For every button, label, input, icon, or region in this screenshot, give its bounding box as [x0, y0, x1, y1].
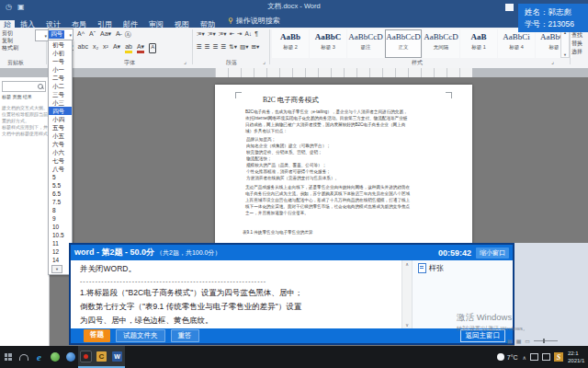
font-size-option[interactable]: 10.5 [49, 231, 72, 239]
font-size-option[interactable]: 七号 [49, 156, 72, 165]
font-size-option[interactable]: 初号 [49, 40, 72, 49]
speaker-icon[interactable] [530, 353, 538, 361]
doc-bullet-list[interactable]: 品牌认知度高；由知名企业（或集团）建立（可靠的平台）；较完整的定价、分销体系、营… [246, 136, 454, 181]
taskbar-recorder-app[interactable] [78, 346, 94, 368]
paragraph-tool-icon[interactable]: :≡▾ [197, 30, 205, 38]
paragraph-dialog-launcher-icon[interactable]: ⌟ [263, 58, 266, 64]
tray-chevron-icon[interactable]: ∧ [523, 354, 526, 361]
paragraph-format-icon[interactable]: ⇅▾ [229, 43, 237, 51]
taskbar-word[interactable]: W [109, 346, 125, 368]
horizontal-ruler[interactable] [0, 68, 588, 77]
font-size-option[interactable]: 小一 [49, 65, 72, 74]
exam-footer-button[interactable]: 重答 [171, 329, 199, 342]
font-size-option[interactable]: 小五 [49, 132, 72, 140]
taskbar-headset-app[interactable] [16, 346, 31, 368]
read-mode-icon[interactable]: ▤ [507, 338, 513, 344]
style-cell[interactable]: AaBbCcD 正文 [385, 29, 422, 58]
font-size-option[interactable]: 10 [49, 223, 72, 231]
table-caption-line[interactable]: 表9.1 传统零售业与电子零售业的差异 [243, 230, 313, 235]
paragraph-format-icon[interactable]: ▨▾ [240, 43, 248, 51]
web-layout-icon[interactable]: ▭ [525, 338, 530, 344]
style-cell[interactable]: AaBbCcD 题注 [347, 29, 384, 58]
paragraph-tool-icon[interactable]: :≡▾ [219, 30, 227, 38]
font-size-option[interactable]: 9 [49, 214, 72, 223]
exam-overlay-header[interactable]: word - 第2题 - 50.0分 （共2题，共100.0分） 00:59:4… [71, 245, 513, 260]
paragraph-tool-icon[interactable]: A↓ [245, 30, 253, 38]
taskbar-green-browser[interactable] [47, 346, 62, 368]
taskbar-clock[interactable]: 22:1 2021/1 [568, 350, 588, 364]
clipboard-button[interactable]: 格式刷 [2, 44, 18, 52]
font-size-option[interactable]: 小三 [49, 98, 72, 107]
input-method-icon[interactable]: S [554, 352, 563, 362]
scroll-down-icon[interactable]: ∨ [405, 322, 409, 328]
font-size-option[interactable]: 八号 [49, 165, 72, 173]
font-format-icon[interactable]: A [149, 43, 156, 53]
font-format-icon[interactable]: A▾ [113, 43, 120, 53]
font-size-option[interactable]: 一号 [49, 57, 72, 65]
style-cell[interactable]: AaB 标题 1 [460, 29, 497, 58]
style-cell[interactable]: AaBb 标题 2 [272, 29, 309, 58]
sample-file-item[interactable]: 样张 [418, 263, 513, 273]
font-format-icon[interactable]: x² [103, 43, 108, 53]
taskbar-exam-client[interactable]: C [94, 346, 109, 368]
paragraph-format-icon[interactable]: ⊞▾ [251, 43, 259, 51]
network-icon[interactable] [542, 353, 550, 361]
clipboard-button[interactable]: 剪切 [2, 29, 18, 37]
font-format-icon[interactable]: abc [78, 43, 88, 53]
font-tool-icon[interactable]: A^ [77, 30, 85, 40]
font-format-icon[interactable]: ab [125, 43, 132, 53]
font-size-option[interactable]: 5 [49, 173, 72, 181]
styles-dialog-launcher-icon[interactable]: ⌟ [551, 58, 554, 64]
font-tool-icon[interactable]: Ⓐ [125, 30, 131, 40]
font-size-option[interactable]: 六号 [49, 140, 72, 148]
nav-tabs[interactable]: 标题 页面 结果 [2, 94, 32, 99]
editing-button[interactable]: 选择 [571, 48, 582, 56]
font-size-option[interactable]: 6.5 [49, 190, 72, 198]
font-size-option[interactable]: 5.5 [49, 181, 72, 190]
font-format-icon[interactable]: A▾ [137, 43, 144, 53]
editing-button[interactable]: 替换 [571, 40, 582, 48]
clipboard-button[interactable]: 复制 [2, 37, 18, 44]
paragraph-format-icon[interactable]: ☰ [213, 43, 219, 51]
font-tool-icon[interactable]: Aˇ [89, 30, 96, 40]
paragraph-format-icon[interactable]: ☰ [205, 43, 210, 51]
style-cell[interactable]: AaBbCcD 无间隔 [423, 29, 459, 58]
paragraph-tool-icon[interactable]: ⇤ [230, 30, 234, 38]
minimize-button[interactable] [505, 4, 514, 11]
print-layout-icon[interactable]: ▦ [516, 338, 522, 344]
paragraph-tool-icon[interactable]: ⇥ [237, 30, 242, 38]
font-size-option[interactable]: 五号 [49, 123, 72, 132]
shrink-window-button[interactable]: 缩小窗口 [476, 247, 509, 259]
paragraph-tool-icon[interactable]: ¶ [254, 30, 258, 38]
font-dialog-launcher-icon[interactable]: ⌟ [184, 58, 187, 64]
exam-scrollbar[interactable]: ∧ ∨ [401, 260, 412, 328]
exam-footer-button[interactable]: 试题文件夹 [116, 329, 165, 342]
paragraph-format-icon[interactable]: ☰ [197, 43, 202, 51]
doc-paragraph-1[interactable]: B2C电子商务，也成为电子零售业（e-tailing），是企业与个人消费者之间进… [237, 109, 454, 134]
scroll-up-icon[interactable]: ∧ [405, 261, 409, 267]
taskbar-ie[interactable]: e [31, 346, 47, 368]
font-size-option[interactable]: 四号 [49, 107, 72, 115]
font-size-option[interactable]: 8 [49, 206, 72, 214]
font-size-option[interactable]: 二号 [49, 74, 72, 82]
gallery-down-icon[interactable]: ▼ [563, 52, 567, 57]
weather-widget[interactable]: 7°C [497, 353, 518, 361]
font-size-option[interactable]: 小六 [49, 148, 72, 156]
tell-me-box[interactable]: ⚲ 操作说明搜索 [220, 14, 280, 28]
zoom-slider[interactable] [534, 340, 558, 341]
font-size-option[interactable]: 小初 [49, 49, 72, 57]
zoom-slider-handle[interactable] [543, 339, 545, 343]
start-button[interactable] [0, 346, 16, 368]
taskbar-blue-browser[interactable] [62, 346, 78, 368]
font-name-combo[interactable]: ▾ [35, 29, 49, 41]
document-heading[interactable]: B2C 电子商务模式 [263, 96, 319, 105]
exam-footer-button[interactable]: 答题 [84, 329, 110, 342]
font-tool-icon[interactable]: A̶ [116, 30, 120, 40]
font-tool-icon[interactable]: Aa▾ [100, 30, 111, 40]
font-size-option[interactable]: 三号 [49, 90, 72, 98]
doc-paragraph-2[interactable]: 无论产品或服务从线上走向线下，还是零售企业由传统转向网络，这种两头并进的趋势在电… [237, 184, 454, 216]
font-size-option[interactable]: 小四 [49, 115, 72, 123]
font-format-icon[interactable]: x₂ [93, 43, 98, 53]
scroll-down-icon[interactable]: ▼ [51, 265, 62, 273]
paragraph-tool-icon[interactable]: :≡▾ [208, 30, 216, 38]
